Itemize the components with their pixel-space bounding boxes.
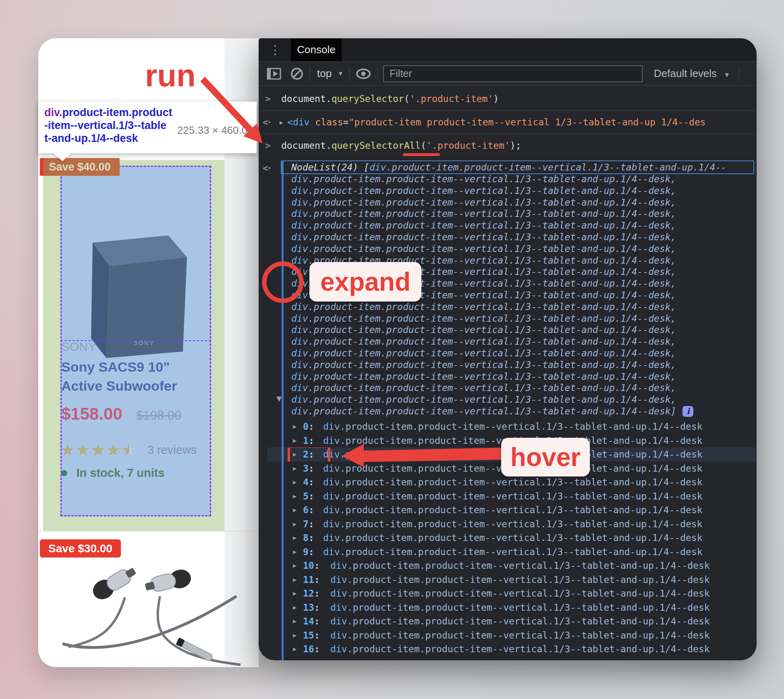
triangle-right-icon[interactable]: ▶	[280, 119, 283, 126]
log-levels-selector[interactable]: Default levels ▼	[654, 67, 730, 80]
nodelist-preview-line: div.product-item.product-item--vertical.…	[291, 220, 757, 231]
triangle-right-icon[interactable]: ▶	[293, 462, 297, 476]
triangle-right-icon[interactable]: ▶	[293, 587, 297, 601]
triangle-right-icon[interactable]: ▶	[293, 628, 297, 643]
nodelist-preview-line: div.product-item.product-item--vertical.…	[291, 324, 757, 336]
nodelist-item-selector: div.product-item.product-item--vertical.…	[330, 587, 710, 601]
nodelist-item-index: 13:	[303, 601, 320, 615]
triangle-right-icon[interactable]: ▶	[293, 489, 297, 503]
nodelist-item-index: 8:	[303, 531, 314, 545]
nodelist-preview-line: div.product-item.product-item--vertical.…	[291, 394, 757, 406]
devtools-tabbar: ⋮ Console	[259, 38, 757, 62]
nodelist-item-selector: div.product-item.product-item--vertical.…	[323, 503, 703, 517]
tooltip-selector-line2: -item--vertical.1/3--table	[44, 119, 166, 132]
triangle-right-icon[interactable]: ▶	[293, 434, 297, 448]
nodelist-item-index: 12:	[303, 587, 320, 601]
nodelist-item-row[interactable]: ▶15:div.product-item.product-item--verti…	[259, 628, 757, 643]
nodelist-item-row[interactable]: ▶6:div.product-item.product-item--vertic…	[259, 503, 757, 517]
nodelist-item-selector: div.product-item.product-item--vertical.…	[330, 628, 710, 643]
triangle-right-icon[interactable]: ▶	[293, 545, 297, 559]
nodelist-item-row[interactable]: ▶0:div.product-item.product-item--vertic…	[259, 420, 757, 434]
nodelist-item-row[interactable]: ▶9:div.product-item.product-item--vertic…	[259, 545, 757, 559]
tooltip-caret	[54, 153, 71, 161]
triangle-right-icon[interactable]: ▶	[293, 531, 297, 545]
nodelist-item-row[interactable]: ▶13:div.product-item.product-item--verti…	[259, 601, 757, 615]
nodelist-preview-line: div.product-item.product-item--vertical.…	[291, 173, 757, 185]
nodelist-item-selector: div.product-item.product-item--vertical.…	[323, 517, 703, 531]
nodelist-item-index: 0:	[303, 420, 314, 434]
nodelist-item-row[interactable]: ▶1:div.product-item.product-item--vertic…	[259, 434, 757, 448]
console-log: > document.querySelector('.product-item'…	[259, 85, 757, 660]
console-input-row[interactable]: > document.querySelectorAll('.product-it…	[259, 134, 757, 160]
live-expression-eye-icon[interactable]	[355, 68, 371, 80]
nodelist-item-index: 4:	[303, 475, 314, 489]
product-title[interactable]: Sony SACS9 10" Active Subwoofer	[61, 358, 202, 395]
save-40-badge: Save $40.00	[40, 158, 120, 176]
console-result-row[interactable]: <· ▶<div class="product-item product-ite…	[259, 110, 757, 134]
triangle-right-icon[interactable]: ▶	[293, 559, 297, 573]
nodelist-preview-line: div.product-item.product-item--vertical.…	[291, 266, 757, 278]
nodelist-preview-line: div.product-item.product-item--vertical.…	[291, 243, 757, 255]
chevron-down-icon: ▼	[724, 71, 730, 78]
filter-input[interactable]	[383, 65, 643, 82]
console-sidebar-toggle-icon[interactable]	[267, 67, 281, 80]
tooltip-selector-line1: div.product-item.product	[44, 106, 172, 119]
nodelist-item-row[interactable]: ▶14:div.product-item.product-item--verti…	[259, 614, 757, 628]
nodelist-item-index: 5:	[303, 489, 314, 503]
console-result-text: ▶<div class="product-item product-item--…	[280, 110, 706, 134]
triangle-right-icon[interactable]: ▶	[293, 642, 297, 656]
nodelist-item-selector: div.product-item.product-item--vertical.…	[330, 559, 710, 573]
execution-context-selector[interactable]: top	[317, 67, 332, 80]
triangle-down-icon[interactable]: ▼	[276, 393, 282, 404]
triangle-right-icon[interactable]: ▶	[293, 503, 297, 517]
nodelist-preview-line: div.product-item.product-item--vertical.…	[291, 255, 757, 266]
nodelist-item-selector: div.product-item.product-item--vertical.…	[330, 573, 710, 587]
nodelist-preview-line: div.product-item.product-item--vertical.…	[291, 313, 757, 325]
nodelist-item-row[interactable]: ▶5:div.product-item.product-item--vertic…	[259, 489, 757, 503]
reviews-link[interactable]: 3 reviews	[147, 443, 197, 456]
nodelist-item-row[interactable]: ▶11:div.product-item.product-item--verti…	[259, 573, 757, 587]
console-prompt-icon: >	[265, 87, 271, 110]
nodelist-item-selector: div.product-item.product-item--vertical.…	[323, 545, 703, 559]
triangle-right-icon[interactable]: ▶	[293, 517, 297, 531]
nodelist-item-row[interactable]: ▶16:div.product-item.product-item--verti…	[259, 642, 757, 656]
nodelist-item-row[interactable]: ▶8:div.product-item.product-item--vertic…	[259, 531, 757, 545]
triangle-right-icon[interactable]: ▶	[293, 614, 297, 628]
devtools-panel: ⋮ Console top ▼ De	[259, 38, 757, 660]
nodelist-preview-first-line[interactable]: NodeList(24) [div.product-item.product-i…	[291, 162, 757, 173]
nodelist-item-selector: div.product-item.product-item--vertical.…	[323, 489, 703, 503]
nodelist-preview-line: div.product-item.product-item--vertical.…	[291, 197, 757, 208]
nodelist-item-index: 11:	[303, 573, 320, 587]
clear-console-icon[interactable]	[290, 67, 304, 81]
nodelist-item-selector: div.product-item.product-item--vertical.…	[330, 642, 710, 656]
chevron-down-icon: ▼	[337, 70, 344, 77]
toolbar-separator	[309, 67, 310, 81]
nodelist-item-row[interactable]: ▶7:div.product-item.product-item--vertic…	[259, 517, 757, 531]
nodelist-result-block: <· NodeList(24) [div.product-item.produc…	[259, 160, 757, 660]
nodelist-item-row[interactable]: ▶3:div.product-item.product-item--vertic…	[259, 462, 757, 476]
nodelist-item-row[interactable]: ▶4:div.product-item.product-item--vertic…	[259, 475, 757, 489]
tab-console[interactable]: Console	[291, 38, 342, 61]
kebab-menu-icon[interactable]: ⋮	[269, 42, 281, 58]
triangle-right-icon[interactable]: ▶	[293, 420, 297, 434]
console-input-row[interactable]: > document.querySelector('.product-item'…	[259, 87, 757, 111]
triangle-right-icon[interactable]: ▶	[293, 601, 297, 615]
returned-value-icon: <·	[263, 163, 271, 173]
nodelist-item-row[interactable]: ▶12:div.product-item.product-item--verti…	[259, 587, 757, 601]
info-icon[interactable]: i	[682, 406, 693, 417]
nodelist-item-row[interactable]: ▶2:div.product-item.product-item--vertic…	[259, 447, 757, 462]
nodelist-item-selector: div.product-item.product-item--vertical.…	[330, 614, 710, 628]
triangle-right-icon[interactable]: ▶	[293, 573, 297, 587]
nodelist-item-selector: div.product-item.product-item--vertical.…	[323, 420, 703, 434]
nodelist-preview-last-line: div.product-item.product-item--vertical.…	[291, 406, 757, 417]
console-command-text: document.querySelector('.product-item')	[281, 87, 499, 110]
nodelist-preview-line: div.product-item.product-item--vertical.…	[291, 231, 757, 243]
nodelist-item-index: 1:	[303, 434, 314, 448]
product-brand: SONY	[61, 340, 96, 354]
nodelist-item-row[interactable]: ▶10:div.product-item.product-item--verti…	[259, 559, 757, 573]
triangle-right-icon[interactable]: ▶	[293, 475, 297, 489]
in-stock-dot-icon	[61, 470, 67, 476]
annotation-red-box	[288, 447, 330, 462]
half-star-icon: ★★	[121, 441, 137, 459]
rating-row: ★★★★★★ 3 reviews	[60, 441, 197, 459]
